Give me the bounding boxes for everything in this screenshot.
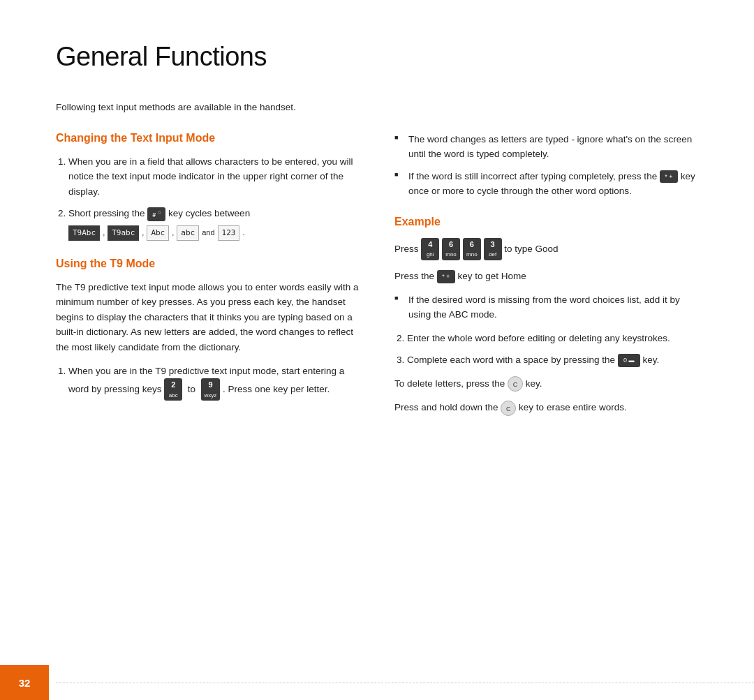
right-column: The word changes as letters are typed - … [394, 132, 698, 424]
list-item-2: Short pressing the # ○ key cycles betwee… [68, 206, 360, 240]
mode-t9abc-lower: T9abc [108, 225, 139, 241]
mode-123: 123 [218, 225, 240, 241]
footer-line2: Press and hold down the C key to erase e… [394, 400, 698, 415]
t9-list-item-1: When you are in the T9 predictive text i… [68, 364, 360, 401]
mode-t9abc-upper: T9Abc [68, 225, 100, 241]
page-title: General Functions [56, 42, 698, 72]
bullet-item-2: If the word is still incorrect after typ… [394, 169, 698, 199]
key-zero: 0 ▬ [618, 354, 640, 367]
key-2abc: 2abc [164, 378, 182, 401]
page-container: General Functions Following text input m… [0, 0, 754, 700]
bottom-dashed-line [56, 683, 754, 683]
hash-key: # ○ [147, 207, 165, 221]
key-9wxyz: 9wxyz [201, 378, 221, 401]
numbered-item-3: Complete each word with a space by press… [407, 352, 698, 368]
bullet-item-3: If the desired word is missing from the … [394, 292, 698, 322]
numbered-item-2: Enter the whole word before editing or d… [407, 331, 698, 346]
footer-line1: To delete letters, press the C key. [394, 376, 698, 392]
list-item-1: When you are in a field that allows char… [68, 154, 360, 200]
key-star-plus: * + [660, 170, 678, 183]
page-number: 32 [0, 665, 49, 700]
mode-badges: T9Abc , T9abc , Abc , abc and 123 . [68, 225, 360, 241]
example-line1: Press 4ghi 6mno 6mno 3def to type Good [394, 238, 698, 260]
example-line2: Press the * + key to get Home [394, 269, 698, 284]
section-changing-list: When you are in a field that allows char… [56, 154, 360, 241]
bottom-bar: 32 [0, 665, 754, 700]
key-clear-1: C [508, 376, 523, 392]
t9-list: When you are in the T9 predictive text i… [56, 364, 360, 401]
key-3def: 3def [484, 238, 502, 260]
content-columns: Changing the Text Input Mode When you ar… [56, 132, 698, 424]
key-6mno-2: 6mno [463, 238, 481, 260]
key-4ghi: 4ghi [421, 238, 439, 260]
t9-body: The T9 predictive text input mode allows… [56, 280, 360, 355]
key-star-plus-2: * + [437, 270, 455, 283]
intro-text: Following text input methods are availab… [56, 100, 698, 115]
mode-abc-lower: abc [177, 225, 199, 241]
bullet-list-2: If the desired word is missing from the … [394, 292, 698, 322]
bullet-list-1: The word changes as letters are typed - … [394, 132, 698, 199]
key-clear-2: C [501, 401, 516, 416]
bullet-item-1: The word changes as letters are typed - … [394, 132, 698, 162]
numbered-list-2: Enter the whole word before editing or d… [394, 331, 698, 368]
mode-abc-upper: Abc [147, 225, 169, 241]
left-column: Changing the Text Input Mode When you ar… [56, 132, 360, 424]
section-changing-heading: Changing the Text Input Mode [56, 132, 360, 144]
example-heading: Example [394, 216, 698, 228]
key-6mno-1: 6mno [442, 238, 460, 260]
section-t9-heading: Using the T9 Mode [56, 258, 360, 270]
